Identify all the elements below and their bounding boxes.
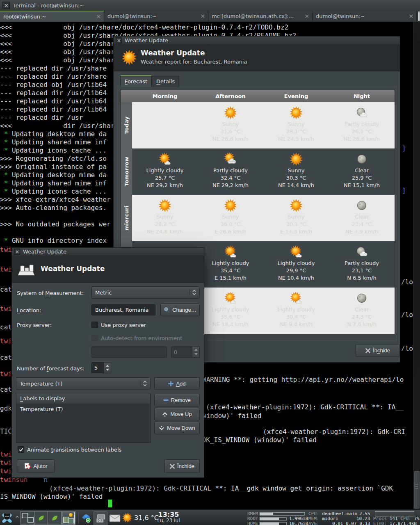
forecast-days-spinner[interactable]: 5	[91, 362, 111, 373]
minus-icon	[163, 397, 169, 403]
forecast-column-header: Afternoon	[198, 90, 263, 102]
add-label: Add	[176, 381, 185, 387]
move-down-button[interactable]: Move Down	[154, 422, 200, 434]
terminal-line: * Updating desktop mime da	[0, 130, 107, 138]
label-type-combo[interactable]: Temperature (T)	[16, 377, 151, 390]
forecast-dialog-titlebar[interactable]: Weather Update	[114, 37, 400, 45]
settings-close-button[interactable]: Închide	[164, 459, 200, 473]
forecast-cell: Lightly cloudy29,9 °CNE 10,4 km/h	[263, 241, 329, 288]
terminal-line: IS_WINDOW (window)' failed	[0, 493, 103, 501]
monitor-bar	[260, 512, 305, 516]
labels-list-header[interactable]: Labels to display	[16, 393, 150, 404]
forecast-row: miercuriSunny28,2 °CNE 24,8 km/hSunny36,…	[121, 195, 395, 241]
scrollbar-grip	[415, 488, 418, 489]
terminal-tab-0[interactable]: root@twinsun:~	[0, 11, 104, 22]
forecast-subtitle: Weather report for: Bucharest, Romania	[141, 59, 247, 65]
panel-caret-icon[interactable]: ^	[15, 516, 19, 521]
monitor-bar	[260, 522, 287, 525]
settings-close-icon[interactable]	[14, 249, 20, 255]
terminal-line: twi	[0, 450, 12, 459]
forecast-cell: Clear24,3 °CN 7,6 km/h	[329, 288, 395, 334]
workspace-2[interactable]	[34, 511, 48, 525]
forecast-row-label: Today	[121, 102, 132, 148]
label-type-value: Temperature (T)	[20, 381, 63, 387]
terminal-line: ]	[402, 187, 406, 195]
moon-cloud-icon	[355, 105, 369, 121]
forecast-cond: Sunny	[157, 213, 173, 221]
forecast-column-header: Evening	[263, 90, 329, 102]
window-titlebar[interactable]: Terminal - root@twinsun:~	[0, 0, 420, 11]
monitor-text: AVG:	[308, 521, 320, 525]
monitor-text: 2.55	[359, 511, 370, 516]
forecast-cell: Partly cloudy23,1 °CN 6,5 km/h	[329, 241, 395, 288]
help-button[interactable]: Ajutor	[17, 459, 55, 473]
move-up-button[interactable]: Move Up	[154, 408, 200, 420]
forecast-wind: NE 26,6 km/h	[212, 135, 249, 143]
terminal-tab-1[interactable]: dumol@twinsun:~	[104, 11, 208, 22]
change-location-button[interactable]: Change…	[160, 304, 200, 316]
terminal-tab-2[interactable]: mc [dumol@twinsun.ath.cx]:...	[208, 11, 313, 22]
forecast-temp: 24,3 °C	[352, 313, 372, 321]
forecast-close-button[interactable]: Închide	[356, 344, 400, 357]
list-item[interactable]: Temperature (T)	[16, 404, 150, 414]
weather-tray-sun-icon[interactable]	[122, 512, 132, 525]
use-proxy-checkbox[interactable]	[91, 322, 98, 328]
tray-temperature[interactable]: 31,6 °C	[134, 514, 159, 522]
mail-icon[interactable]	[109, 514, 121, 524]
xfce-menu-icon[interactable]	[1, 511, 13, 525]
scrollbar-thumb[interactable]	[414, 471, 420, 509]
autodetect-checkbox[interactable]	[91, 335, 98, 341]
monitor-text: HOME:	[247, 521, 261, 525]
tab-close-icon[interactable]	[409, 13, 413, 19]
forecast-cell: Lightly cloudy25,7 °CNE 29,2 km/h	[132, 148, 198, 195]
monitor-text: Procs 141 CPU: 7%	[373, 516, 420, 521]
terminal-line: window)' failed	[202, 412, 262, 420]
terminal-scrollbar[interactable]	[413, 22, 420, 509]
tab-close-icon[interactable]	[305, 13, 309, 19]
animate-label[interactable]: Animate transitions between labels	[27, 447, 121, 453]
use-proxy-label[interactable]: Use proxy server	[101, 322, 146, 328]
measurement-value: Metric	[95, 290, 112, 296]
forecast-wind: NE 29,2 km/h	[212, 182, 249, 189]
settings-dialog-titlebar[interactable]: Weather Update	[12, 248, 204, 256]
forecast-cond: Lightly cloudy	[212, 306, 249, 313]
sun-icon	[121, 49, 137, 67]
workspace-4[interactable]	[62, 511, 75, 525]
tab-details[interactable]: Details	[152, 76, 179, 87]
window-close-icon[interactable]	[2, 2, 10, 9]
remove-button[interactable]: Remove	[154, 394, 200, 406]
terminal-line: <<< obj /usr/share	[0, 48, 119, 56]
arrow-up-icon	[162, 411, 168, 417]
forecast-cell: Sunny36,0 °CE 26,6 km/h	[198, 195, 263, 241]
tab-label: mc [dumol@twinsun.ath.cx]:...	[212, 13, 303, 19]
moon-icon	[355, 151, 369, 167]
workspace-1[interactable]	[21, 511, 34, 525]
labels-list[interactable]: Labels to display Temperature (T)	[16, 393, 151, 443]
screenshot-tool-button[interactable]	[94, 511, 107, 525]
terminal-tab-3[interactable]: dumol@twinsun:~	[313, 11, 417, 22]
cpu-graph	[375, 511, 414, 516]
forecast-table-corner	[121, 90, 132, 102]
location-field[interactable]: Bucharest, Romania	[91, 304, 155, 315]
forecast-close-icon[interactable]	[116, 37, 122, 43]
tab-close-icon[interactable]	[97, 14, 100, 20]
forecast-cond: Sunny	[222, 121, 239, 128]
measurement-combo[interactable]: Metric	[91, 286, 200, 299]
terminal-line: --- replaced dir /usr	[0, 114, 83, 122]
clock[interactable]: 13:35 Lu, 23 iul	[156, 511, 181, 523]
terminal-line: * Updating desktop mime da	[0, 171, 107, 179]
animate-checkbox[interactable]	[18, 446, 24, 453]
tab-forecast[interactable]: Forecast	[120, 75, 152, 87]
add-button[interactable]: Add	[154, 377, 200, 390]
terminal-line: (xfce4-weather-plugin:1972): Gdk-CRI	[263, 428, 405, 436]
desktop: Terminal - root@twinsun:~ root@twinsun:~…	[0, 0, 420, 525]
forecast-wind: N 6,5 km/h	[347, 274, 376, 282]
workspace-pager[interactable]	[21, 511, 75, 525]
terminal-line: cat	[0, 386, 12, 394]
tab-close-icon[interactable]	[201, 13, 205, 19]
dropbox-icon[interactable]	[81, 513, 91, 525]
terminal-line: <<< dir /usr/share	[0, 122, 119, 130]
forecast-wind: NE 7,9 km/h	[345, 228, 378, 235]
forecast-temp: 36,0 °C	[221, 221, 241, 228]
workspace-3[interactable]	[48, 511, 62, 525]
